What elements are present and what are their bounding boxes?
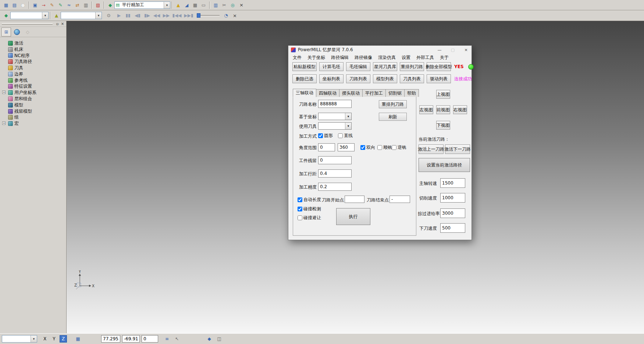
tab-3axis[interactable]: 三轴联动 xyxy=(293,89,316,97)
delete-all-models-button[interactable]: 删除全部模型 xyxy=(427,62,451,71)
dropdown-arrow-icon[interactable]: ▾ xyxy=(164,2,170,8)
activate-previous-button[interactable]: 激活上一刀路 xyxy=(419,144,444,154)
calculator-icon[interactable]: ▦ xyxy=(191,1,199,9)
toolbar-close-button[interactable]: × xyxy=(232,13,238,19)
jump-end-icon[interactable]: ▶▶▮ xyxy=(183,12,194,20)
drive-list-button[interactable]: 驱动列表 xyxy=(427,74,451,83)
tab-4axis[interactable]: 四轴联动 xyxy=(316,89,339,97)
compute-block-button[interactable]: 计算毛坯 xyxy=(319,62,344,71)
menu-external-tools[interactable]: 外部工具 xyxy=(413,55,437,61)
globe-icon[interactable] xyxy=(12,28,22,36)
dropdown-arrow-icon[interactable]: ▾ xyxy=(42,12,48,19)
tab-help[interactable]: 帮助 xyxy=(404,89,419,97)
paste-icon[interactable]: ▧ xyxy=(94,1,102,9)
conventional-checkbox-input[interactable] xyxy=(392,145,396,150)
play-icon[interactable]: ▶ xyxy=(115,12,123,20)
strategy-preset-dropdown[interactable]: ▤ 平行精加工 ▾ xyxy=(114,1,170,9)
angle-min-field[interactable] xyxy=(318,143,335,151)
start-point-field[interactable] xyxy=(345,196,364,203)
block-edit-button[interactable]: 毛坯编辑 xyxy=(346,62,370,71)
climb-checkbox-input[interactable] xyxy=(377,145,382,150)
tree-item-tools[interactable]: 刀具 xyxy=(1,65,66,71)
clipboard-icon[interactable]: ▥ xyxy=(82,1,90,9)
panel-drag-handle[interactable] xyxy=(2,23,53,25)
tab-head[interactable]: 摆头联动 xyxy=(339,89,363,97)
collision-avoid-checkbox[interactable]: 碰撞避让 xyxy=(298,215,321,221)
line-checkbox-input[interactable] xyxy=(338,133,343,138)
tree-item-levels-sets[interactable]: 层和组合 xyxy=(1,96,66,102)
blocks-icon[interactable]: ▦ xyxy=(2,1,10,9)
set-current-active-path-button[interactable]: 设置当前激活路径 xyxy=(419,158,470,172)
menu-path-edit[interactable]: 路径编辑 xyxy=(328,55,352,61)
pen-icon[interactable]: ✎ xyxy=(48,1,56,9)
shield-icon[interactable]: ◇ xyxy=(23,28,32,36)
pencil-icon[interactable]: ✎ xyxy=(57,1,64,9)
menu-render-sim[interactable]: 渲染仿真 xyxy=(375,55,399,61)
line-checkbox[interactable]: 直线 xyxy=(338,133,353,139)
view-bottom-button[interactable]: 下视图 xyxy=(436,121,450,130)
ruler-icon[interactable]: ▭ xyxy=(200,1,207,9)
diamond-icon[interactable]: ◆ xyxy=(205,335,213,343)
simulation-dropdown[interactable]: ▾ xyxy=(61,12,102,19)
tab-saw[interactable]: 切割锯 xyxy=(385,89,405,97)
tree-item-workplanes[interactable]: +用户坐标系 xyxy=(1,89,66,96)
chart-icon[interactable]: ▥ xyxy=(212,1,220,9)
tree-item-activate[interactable]: 激活 xyxy=(1,40,66,46)
minimize-button[interactable]: — xyxy=(434,46,445,54)
circle-checkbox-input[interactable] xyxy=(318,133,323,138)
grid-snap-icon[interactable]: ▦ xyxy=(74,335,82,343)
view-top-button[interactable]: 上视图 xyxy=(436,90,450,99)
tree-item-toolpaths[interactable]: 刀具路径 xyxy=(1,59,66,65)
axis-x-button[interactable]: X xyxy=(41,335,49,343)
gears-icon[interactable]: ◎ xyxy=(229,1,236,9)
clock-icon[interactable]: ◔ xyxy=(222,12,230,20)
menu-coords[interactable]: 关于坐标 xyxy=(305,55,328,61)
axis-y-button[interactable]: Y xyxy=(50,335,58,343)
maximize-button[interactable]: ▢ xyxy=(447,46,458,54)
execute-button[interactable]: 执行 xyxy=(336,208,370,225)
end-point-field[interactable] xyxy=(389,196,410,203)
toolpath-name-field[interactable] xyxy=(318,100,352,108)
tool-list-button[interactable]: 刀具列表 xyxy=(400,74,424,83)
reorder-toolpath-button[interactable]: 重排列刀路 xyxy=(379,100,407,108)
strategy-icon[interactable]: ◆ xyxy=(2,12,10,20)
graph-icon[interactable]: ◢ xyxy=(183,1,191,9)
menu-path-mirror[interactable]: 路径镜像 xyxy=(352,55,375,61)
close-button[interactable]: × xyxy=(460,46,472,54)
cursor-tool-icon[interactable]: ↖ xyxy=(173,335,181,343)
save-icon[interactable]: ▤ xyxy=(11,1,18,9)
coord-y-field[interactable] xyxy=(122,335,140,343)
explorer-tree-icon[interactable]: ⊞ xyxy=(1,28,11,36)
tree-item-groups[interactable]: 组 xyxy=(1,115,66,121)
jump-start-icon[interactable]: ▮◀◀ xyxy=(171,12,182,20)
stock-field[interactable] xyxy=(318,156,352,164)
step-forward-icon[interactable]: ▮▶ xyxy=(143,12,152,20)
arrow-icon[interactable]: → xyxy=(40,1,47,9)
expand-icon[interactable]: + xyxy=(2,91,6,94)
axis-z-button[interactable]: Z xyxy=(60,335,67,343)
dropdown-arrow-icon[interactable]: ▾ xyxy=(345,113,351,120)
curve-icon[interactable]: ≈ xyxy=(65,1,73,9)
bidirectional-checkbox-input[interactable] xyxy=(360,145,365,150)
view-selector-dropdown[interactable]: ▾ xyxy=(2,335,37,343)
bidirectional-checkbox[interactable]: 双向 xyxy=(360,144,375,151)
pause-icon[interactable]: ▮▮ xyxy=(124,12,132,20)
delete-selected-button[interactable]: 删除已选 xyxy=(292,74,317,83)
based-coord-dropdown[interactable]: ▾ xyxy=(318,113,352,120)
tree-item-boundaries[interactable]: 边界 xyxy=(1,71,66,77)
collision-avoid-checkbox-input[interactable] xyxy=(298,215,302,220)
compare-icon[interactable]: ⇄ xyxy=(74,1,81,9)
circle-checkbox[interactable]: 圆形 xyxy=(318,133,333,139)
spindle-speed-field[interactable] xyxy=(440,178,465,188)
panel-close-icon[interactable]: × xyxy=(60,21,65,26)
menu-about[interactable]: 关于 xyxy=(437,55,452,61)
expand-icon[interactable]: + xyxy=(2,122,6,125)
paste-new-model-button[interactable]: 粘贴新模型 xyxy=(292,62,317,71)
slider-handle[interactable] xyxy=(197,13,200,18)
tree-item-patterns[interactable]: 参考线 xyxy=(1,77,66,84)
workplane-dropdown[interactable]: ▾ xyxy=(10,12,49,19)
model-list-button[interactable]: 模型列表 xyxy=(373,74,397,83)
panel-toggle-icon[interactable]: ◫ xyxy=(215,335,223,343)
dropdown-arrow-icon[interactable]: ▾ xyxy=(31,336,37,342)
simulation-icon[interactable]: ▲ xyxy=(53,12,60,20)
